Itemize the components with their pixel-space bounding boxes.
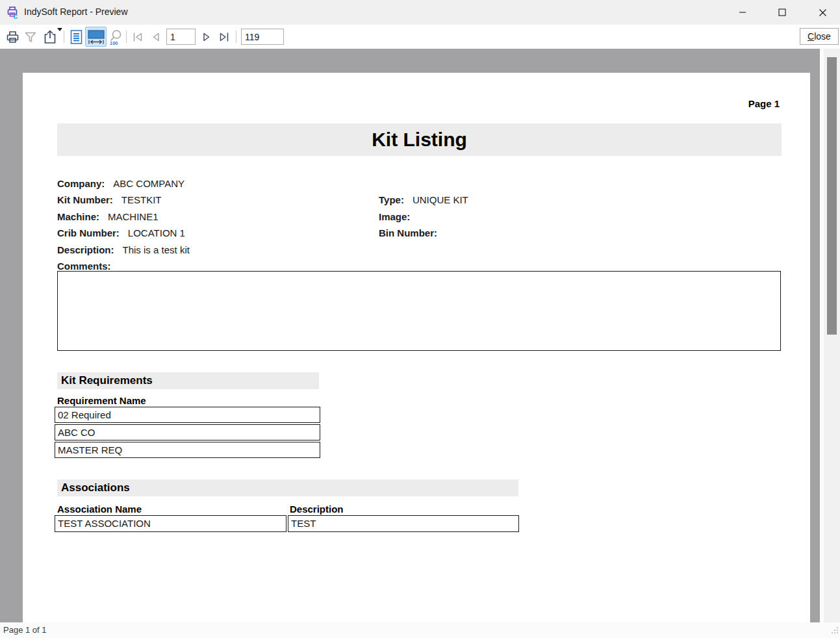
table-cell-association-name: TEST ASSOCIATION xyxy=(55,515,286,532)
description-column-header: Description xyxy=(290,504,344,515)
toolbar-separator xyxy=(64,31,64,43)
field-label: Bin Number: xyxy=(379,227,437,238)
first-page-button[interactable] xyxy=(130,25,146,49)
filter-icon xyxy=(24,31,37,44)
report-title: Kit Listing xyxy=(57,123,782,156)
zoom-100-icon: 100 xyxy=(107,29,123,45)
first-page-icon xyxy=(131,31,144,43)
field-label: Type: xyxy=(379,194,404,205)
kit-requirements-section-title: Kit Requirements xyxy=(57,372,319,389)
close-preview-button[interactable]: Close xyxy=(800,28,839,45)
table-row: 02 Required xyxy=(55,407,320,423)
field-bin-number: Bin Number: xyxy=(379,225,468,241)
svg-text:c: c xyxy=(13,11,18,19)
page-number-input[interactable] xyxy=(166,29,196,45)
requirement-name-column-header: Requirement Name xyxy=(57,395,146,406)
field-value: MACHINE1 xyxy=(108,211,159,222)
field-value: This is a test kit xyxy=(123,244,190,255)
field-description: Description:This is a test kit xyxy=(57,242,778,258)
field-company: Company:ABC COMPANY xyxy=(57,175,778,192)
maximize-button[interactable] xyxy=(767,0,797,25)
field-value: LOCATION 1 xyxy=(128,227,185,238)
page-width-icon xyxy=(87,29,105,45)
preview-area: Page 1 Kit Listing Company:ABC COMPANY K… xyxy=(0,49,820,622)
close-button-mnemonic: C xyxy=(808,31,814,42)
export-dropdown-caret-icon[interactable] xyxy=(57,28,62,31)
close-icon xyxy=(819,9,826,16)
previous-page-icon xyxy=(150,31,162,43)
toolbar-separator xyxy=(236,31,236,43)
close-button-label: lose xyxy=(814,31,831,42)
previous-page-button[interactable] xyxy=(148,25,164,49)
field-label: Kit Number: xyxy=(57,194,113,205)
scrollbar-thumb[interactable] xyxy=(827,57,837,335)
report-fields: Company:ABC COMPANY Kit Number:TESTKIT M… xyxy=(57,175,778,274)
export-icon xyxy=(42,29,58,45)
field-label: Comments: xyxy=(57,261,111,272)
last-page-icon xyxy=(218,31,231,43)
print-icon xyxy=(5,30,20,44)
statusbar: Page 1 of 1 xyxy=(0,622,840,638)
report-page-number: Page 1 xyxy=(748,98,780,109)
minimize-button[interactable] xyxy=(728,0,757,25)
report-page: Page 1 Kit Listing Company:ABC COMPANY K… xyxy=(23,73,810,622)
window-title: IndySoft Report - Preview xyxy=(24,6,128,17)
comments-box xyxy=(57,271,781,351)
zoom-percent-input[interactable] xyxy=(241,29,284,45)
next-page-icon xyxy=(201,31,212,43)
field-label: Image: xyxy=(379,211,410,222)
table-row: ABC CO xyxy=(55,424,320,440)
table-cell-association-description: TEST xyxy=(288,515,519,532)
maximize-icon xyxy=(779,9,785,16)
associations-section-title: Associations xyxy=(57,479,518,496)
field-value: TESTKIT xyxy=(121,194,162,205)
close-window-button[interactable] xyxy=(808,0,837,25)
titlebar: c IndySoft Report - Preview xyxy=(0,0,840,25)
field-value: UNIQUE KIT xyxy=(413,194,468,205)
next-page-button[interactable] xyxy=(199,25,214,49)
toolbar: 100 C xyxy=(0,25,840,49)
zoom-100-label: 100 xyxy=(110,40,118,45)
report-preview-window: c IndySoft Report - Preview xyxy=(0,0,840,638)
kit-requirements-table: 02 Required ABC CO MASTER REQ xyxy=(55,407,320,459)
page-width-view-button[interactable] xyxy=(85,27,107,47)
report-fields-right: Type:UNIQUE KIT Image: Bin Number: xyxy=(379,192,468,241)
vertical-scrollbar[interactable] xyxy=(824,49,840,622)
field-label: Description: xyxy=(57,244,114,255)
print-button[interactable] xyxy=(4,25,21,49)
toolbar-separator xyxy=(126,31,127,43)
whole-page-view-button[interactable] xyxy=(68,25,85,49)
filter-button[interactable] xyxy=(23,25,38,49)
field-label: Machine: xyxy=(57,211,99,222)
field-label: Crib Number: xyxy=(57,227,120,238)
table-row: MASTER REQ xyxy=(55,442,320,458)
indysoft-app-icon: c xyxy=(6,5,20,19)
field-type: Type:UNIQUE KIT xyxy=(379,192,468,208)
export-button[interactable] xyxy=(40,25,60,49)
page-count-status: Page 1 of 1 xyxy=(3,625,47,635)
last-page-button[interactable] xyxy=(216,25,233,49)
association-name-column-header: Association Name xyxy=(57,504,142,515)
zoom-100-button[interactable]: 100 xyxy=(107,25,124,49)
whole-page-icon xyxy=(70,29,83,45)
field-value: ABC COMPANY xyxy=(113,178,185,189)
field-image: Image: xyxy=(379,209,468,225)
field-label: Company: xyxy=(57,178,105,189)
resize-grip-icon[interactable] xyxy=(831,625,839,637)
